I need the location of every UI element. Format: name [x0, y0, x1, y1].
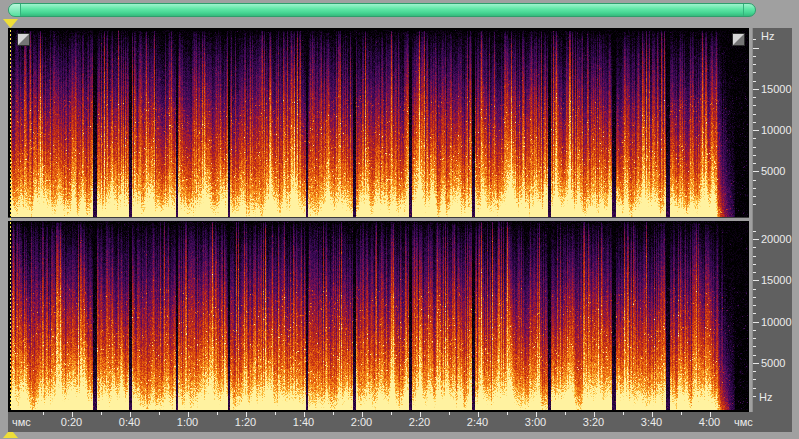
- time-tick-label: 4:00: [689, 417, 731, 428]
- frequency-tick: [753, 39, 756, 40]
- frequency-tick: [753, 64, 756, 65]
- scrollbar-left-cap: [9, 4, 21, 16]
- time-tick-label: 2:40: [457, 417, 499, 428]
- time-tick-label: 1:20: [225, 417, 267, 428]
- time-tick-label: 0:40: [109, 417, 151, 428]
- time-unit-label-right: чмс: [734, 417, 753, 428]
- frequency-tick: [753, 338, 756, 339]
- frequency-tick: [753, 196, 756, 197]
- audio-editor-window: Hz Hz 500010000150005000100001500020000 …: [0, 0, 799, 439]
- frequency-tick: [753, 105, 756, 106]
- frequency-tick-label: 10000: [761, 317, 792, 328]
- frequency-tick: [753, 231, 756, 232]
- time-tick: [43, 412, 44, 415]
- time-tick: [565, 412, 566, 415]
- frequency-tick: [753, 81, 756, 82]
- time-tick-label: 1:00: [167, 417, 209, 428]
- playhead-line: [10, 30, 11, 410]
- frequency-tick-label: 10000: [761, 125, 792, 136]
- frequency-tick: [753, 256, 756, 257]
- frequency-tick: [753, 396, 756, 397]
- spectrogram-channel-2[interactable]: [11, 221, 748, 410]
- frequency-tick: [753, 122, 756, 123]
- corner-grip-top-right-icon[interactable]: [732, 33, 745, 46]
- frequency-tick: [753, 56, 756, 57]
- horizontal-scrollbar[interactable]: [8, 3, 756, 17]
- frequency-tick: [753, 204, 756, 205]
- frequency-tick: [753, 355, 756, 356]
- time-ruler[interactable]: чмс чмс 0:200:401:001:201:402:002:202:40…: [8, 412, 792, 432]
- frequency-tick: [753, 188, 756, 189]
- time-tick: [101, 412, 102, 415]
- frequency-tick: [753, 247, 756, 248]
- frequency-tick: [753, 272, 756, 273]
- frequency-tick: [753, 305, 756, 306]
- time-tick-label: 0:20: [51, 417, 93, 428]
- frequency-tick: [753, 48, 759, 49]
- frequency-tick-label: 15000: [761, 84, 792, 95]
- time-tick-label: 2:20: [399, 417, 441, 428]
- frequency-tick: [753, 379, 756, 380]
- frequency-ruler[interactable]: Hz Hz 500010000150005000100001500020000: [752, 28, 792, 432]
- time-tick-label: 3:20: [573, 417, 615, 428]
- time-tick: [217, 412, 218, 415]
- frequency-tick: [753, 289, 756, 290]
- frequency-tick: [753, 138, 756, 139]
- frequency-tick: [753, 322, 759, 323]
- time-tick: [275, 412, 276, 415]
- frequency-tick: [753, 130, 759, 131]
- frequency-tick: [753, 114, 756, 115]
- corner-grip-top-left-icon[interactable]: [17, 33, 30, 46]
- time-tick-label: 1:40: [283, 417, 325, 428]
- frequency-tick-label: 5000: [761, 166, 785, 177]
- frequency-tick: [753, 72, 756, 73]
- frequency-tick: [753, 147, 756, 148]
- frequency-tick: [753, 97, 756, 98]
- frequency-tick: [753, 171, 759, 172]
- frequency-tick: [753, 280, 759, 281]
- time-tick: [507, 412, 508, 415]
- playhead-marker-top[interactable]: [3, 19, 18, 28]
- spectrogram-channel-1[interactable]: [11, 30, 748, 217]
- time-tick: [623, 412, 624, 415]
- frequency-tick: [753, 239, 759, 240]
- frequency-tick: [753, 388, 756, 389]
- frequency-tick: [753, 371, 756, 372]
- frequency-tick: [753, 89, 759, 90]
- time-tick: [391, 412, 392, 415]
- frequency-tick: [753, 346, 756, 347]
- frequency-tick: [753, 264, 756, 265]
- frequency-unit-label-bottom: Hz: [759, 392, 772, 403]
- time-tick-label: 2:00: [341, 417, 383, 428]
- frequency-tick-label: 20000: [761, 234, 792, 245]
- time-tick: [449, 412, 450, 415]
- time-tick: [333, 412, 334, 415]
- frequency-tick: [753, 313, 756, 314]
- time-tick: [159, 412, 160, 415]
- frequency-tick: [753, 155, 756, 156]
- time-tick-label: 3:40: [631, 417, 673, 428]
- frequency-tick-label: 5000: [761, 358, 785, 369]
- frequency-tick: [753, 363, 759, 364]
- time-unit-label-left: чмс: [12, 417, 31, 428]
- frequency-tick: [753, 297, 756, 298]
- frequency-unit-label-top: Hz: [761, 31, 774, 42]
- frequency-tick-label: 15000: [761, 275, 792, 286]
- time-tick: [681, 412, 682, 415]
- frequency-tick: [753, 163, 756, 164]
- frequency-tick: [753, 180, 756, 181]
- scrollbar-right-cap: [743, 4, 755, 16]
- time-tick-label: 3:00: [515, 417, 557, 428]
- frequency-tick: [753, 330, 756, 331]
